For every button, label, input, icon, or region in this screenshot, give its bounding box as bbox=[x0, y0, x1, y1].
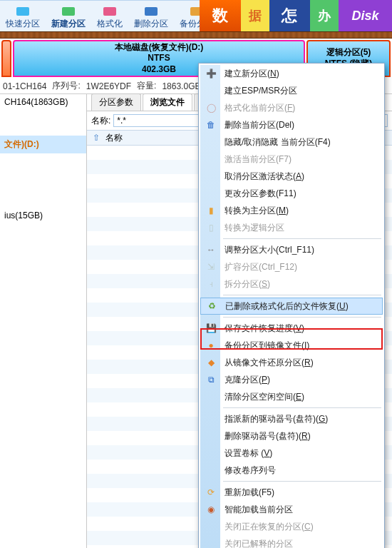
tab-params[interactable]: 分区参数 bbox=[91, 93, 141, 111]
menu-item[interactable]: ⟳重新加载(F5) bbox=[200, 484, 383, 501]
menu-item-label: 重新加载(F5) bbox=[225, 487, 274, 499]
banner-seg: 怎 bbox=[269, 0, 311, 31]
menu-item-label: 更改分区参数(F11) bbox=[225, 188, 296, 200]
menu-item-label: 格式化当前分区(F) bbox=[225, 102, 295, 114]
menu-item[interactable]: 修改卷序列号 bbox=[200, 462, 383, 479]
menu-item-label: 关闭已解释的分区 bbox=[225, 538, 293, 549]
menu-item-label: 备份分区到镜像文件(I) bbox=[225, 340, 309, 352]
menu-item-label: 删除当前分区(Del) bbox=[225, 119, 294, 131]
svg-rect-0 bbox=[16, 7, 29, 16]
tool-new[interactable]: 新建分区 bbox=[48, 4, 88, 30]
menu-item-icon: ◯ bbox=[205, 101, 217, 114]
menu-item[interactable]: ⧉克隆分区(P) bbox=[200, 371, 383, 388]
tool-label: 新建分区 bbox=[51, 18, 86, 30]
menu-item[interactable]: ●备份分区到镜像文件(I) bbox=[200, 337, 383, 354]
menu-item: ⫞拆分分区(S) bbox=[200, 275, 383, 293]
banner-seg: 办 bbox=[310, 0, 339, 31]
menu-item[interactable]: ♻已删除或格式化后的文件恢复(U) bbox=[200, 298, 383, 315]
menu-item[interactable]: 更改分区参数(F11) bbox=[200, 185, 383, 202]
tool-label: 删除分区 bbox=[134, 18, 168, 30]
ad-banner: 数 据 怎 办 Disk bbox=[200, 0, 392, 31]
menu-separator bbox=[223, 481, 381, 482]
partition-title: 逻辑分区(5) bbox=[326, 47, 371, 59]
partition-small[interactable] bbox=[1, 40, 11, 77]
menu-item: ◯格式化当前分区(F) bbox=[200, 99, 383, 116]
serial-label: 序列号: bbox=[52, 80, 80, 92]
menu-item: 激活当前分区(F7) bbox=[200, 151, 383, 168]
filter-label: 名称: bbox=[91, 115, 110, 127]
menu-item-icon: 💾 bbox=[205, 322, 217, 335]
menu-item[interactable]: 指派新的驱动器号(盘符)(G) bbox=[200, 410, 383, 427]
menu-item[interactable]: ↔调整分区大小(Ctrl_F11) bbox=[200, 241, 383, 258]
menu-item-label: 激活当前分区(F7) bbox=[225, 153, 292, 166]
menu-separator bbox=[223, 407, 381, 408]
partition-size: 402.3GB bbox=[142, 64, 176, 76]
disk-tree[interactable]: CH164(1863GB) 文件)(D:) ius(15GB) bbox=[0, 94, 87, 548]
menu-item[interactable]: 清除分区空闲空间(E) bbox=[200, 388, 383, 405]
column-name[interactable]: 名称 bbox=[105, 132, 123, 144]
menu-item[interactable]: ◆从镜像文件还原分区(R) bbox=[200, 354, 383, 371]
tool-quick[interactable]: 快速分区 bbox=[3, 4, 43, 30]
menu-item-icon: ⧉ bbox=[205, 373, 217, 386]
menu-item[interactable]: 建立ESP/MSR分区 bbox=[200, 82, 383, 99]
menu-item-label: 设置卷标 (V) bbox=[225, 447, 272, 460]
menu-item[interactable]: ➕建立新分区(N) bbox=[200, 65, 383, 82]
menu-item-label: 隐藏/取消隐藏 当前分区(F4) bbox=[225, 136, 331, 148]
menu-item[interactable]: 删除驱动器号(盘符)(R) bbox=[200, 427, 383, 445]
menu-item-icon: ⟳ bbox=[205, 486, 217, 499]
decor-strip bbox=[0, 31, 392, 39]
menu-item[interactable]: 设置卷标 (V) bbox=[200, 445, 383, 462]
format-icon bbox=[101, 4, 118, 18]
menu-separator bbox=[223, 317, 381, 318]
quick-icon bbox=[14, 4, 31, 18]
svg-rect-1 bbox=[62, 7, 75, 16]
menu-item-icon: ▯ bbox=[205, 221, 217, 234]
menu-item-icon: ⇲ bbox=[205, 260, 217, 273]
menu-item[interactable]: 隐藏/取消隐藏 当前分区(F4) bbox=[200, 133, 383, 151]
svg-rect-2 bbox=[103, 7, 116, 16]
partition-fs: NTFS bbox=[148, 53, 170, 64]
menu-item-label: 转换为逻辑分区 bbox=[225, 222, 284, 234]
menu-item-label: 关闭正在恢复的分区(C) bbox=[225, 521, 314, 533]
menu-item-label: 修改卷序列号 bbox=[225, 465, 276, 477]
menu-item-label: 建立新分区(N) bbox=[225, 68, 279, 80]
menu-item-label: 建立ESP/MSR分区 bbox=[225, 85, 297, 97]
menu-item-label: 智能加载当前分区 bbox=[225, 504, 293, 516]
tree-item[interactable]: CH164(1863GB) bbox=[0, 94, 86, 110]
tree-item-selected[interactable]: 文件)(D:) bbox=[0, 136, 86, 153]
menu-separator bbox=[223, 295, 381, 295]
menu-item: ▯转换为逻辑分区 bbox=[200, 219, 383, 236]
capacity-label: 容量: bbox=[137, 80, 156, 92]
menu-item[interactable]: 💾保存文件恢复进度(V) bbox=[200, 320, 383, 337]
tab-browse[interactable]: 浏览文件 bbox=[143, 93, 192, 111]
menu-item: ⇲扩容分区(Ctrl_F12) bbox=[200, 258, 383, 275]
menu-list: ➕建立新分区(N)建立ESP/MSR分区◯格式化当前分区(F)🗑删除当前分区(D… bbox=[200, 65, 383, 548]
banner-seg: 数 bbox=[200, 0, 241, 31]
menu-item[interactable]: ◉智能加载当前分区 bbox=[200, 501, 383, 518]
banner-seg: Disk bbox=[339, 0, 392, 31]
menu-item-icon: ↔ bbox=[205, 243, 217, 256]
menu-item-label: 指派新的驱动器号(盘符)(G) bbox=[225, 413, 328, 425]
menu-item-icon: ➕ bbox=[205, 67, 217, 80]
menu-item-label: 克隆分区(P) bbox=[225, 374, 270, 386]
menu-item-icon: ♻ bbox=[205, 300, 218, 313]
menu-item-icon: ● bbox=[205, 339, 217, 352]
up-icon[interactable]: ⇧ bbox=[93, 133, 100, 143]
svg-rect-3 bbox=[145, 7, 158, 16]
menu-item[interactable]: 取消分区激活状态(A) bbox=[200, 168, 383, 185]
tree-item[interactable]: ius(15GB) bbox=[0, 208, 86, 223]
tool-format[interactable]: 格式化 bbox=[94, 4, 125, 30]
menu-item[interactable]: 🗑删除当前分区(Del) bbox=[200, 116, 383, 133]
menu-item-label: 已删除或格式化后的文件恢复(U) bbox=[225, 300, 349, 313]
menu-item-label: 调整分区大小(Ctrl_F11) bbox=[225, 244, 314, 256]
tool-delete[interactable]: 删除分区 bbox=[131, 4, 171, 30]
menu-item-label: 拆分分区(S) bbox=[225, 278, 270, 290]
banner-seg: 据 bbox=[241, 0, 269, 31]
menu-item-label: 保存文件恢复进度(V) bbox=[225, 323, 304, 335]
menu-item-icon: 🗑 bbox=[205, 118, 217, 131]
menu-item: 关闭已解释的分区 bbox=[200, 535, 383, 548]
menu-item[interactable]: ▮转换为主分区(M) bbox=[200, 202, 383, 219]
context-menu: ➕建立新分区(N)建立ESP/MSR分区◯格式化当前分区(F)🗑删除当前分区(D… bbox=[198, 63, 385, 548]
menu-item-label: 删除驱动器号(盘符)(R) bbox=[225, 430, 311, 442]
tool-label: 快速分区 bbox=[6, 18, 40, 30]
